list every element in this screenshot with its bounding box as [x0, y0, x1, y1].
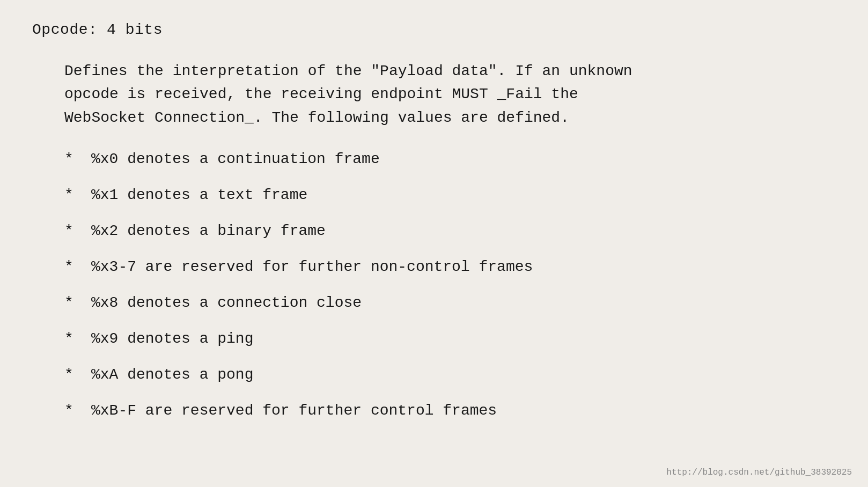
list-item: *%x2 denotes a binary frame	[64, 223, 836, 239]
list-bullet: *	[64, 330, 91, 347]
list-item: *%x9 denotes a ping	[64, 330, 836, 347]
list-item-text: %x9 denotes a ping	[91, 330, 253, 347]
list-item-text: %xA denotes a pong	[91, 366, 253, 383]
list-bullet: *	[64, 294, 91, 311]
watermark: http://blog.csdn.net/github_38392025	[666, 468, 852, 477]
list-bullet: *	[64, 223, 91, 239]
list-item: *%xA denotes a pong	[64, 366, 836, 383]
list-item-text: %x1 denotes a text frame	[91, 187, 307, 203]
list-container: *%x0 denotes a continuation frame*%x1 de…	[64, 151, 836, 419]
description-line2: opcode is received, the receiving endpoi…	[64, 83, 836, 106]
list-bullet: *	[64, 366, 91, 383]
description-line1: Defines the interpretation of the "Paylo…	[64, 60, 836, 83]
list-item: *%x3-7 are reserved for further non-cont…	[64, 259, 836, 275]
list-bullet: *	[64, 187, 91, 203]
list-item: *%xB-F are reserved for further control …	[64, 402, 836, 419]
list-item-text: %x2 denotes a binary frame	[91, 223, 326, 239]
list-bullet: *	[64, 402, 91, 419]
list-item-text: %xB-F are reserved for further control f…	[91, 402, 497, 419]
list-item-text: %x8 denotes a connection close	[91, 294, 362, 311]
list-bullet: *	[64, 151, 91, 167]
list-item-text: %x0 denotes a continuation frame	[91, 151, 380, 167]
list-item: *%x8 denotes a connection close	[64, 294, 836, 311]
list-item-text: %x3-7 are reserved for further non-contr…	[91, 259, 533, 275]
description: Defines the interpretation of the "Paylo…	[64, 60, 836, 129]
heading: Opcode: 4 bits	[32, 21, 836, 38]
list-item: *%x1 denotes a text frame	[64, 187, 836, 203]
list-bullet: *	[64, 259, 91, 275]
list-item: *%x0 denotes a continuation frame	[64, 151, 836, 167]
description-line3: WebSocket Connection_. The following val…	[64, 106, 836, 129]
